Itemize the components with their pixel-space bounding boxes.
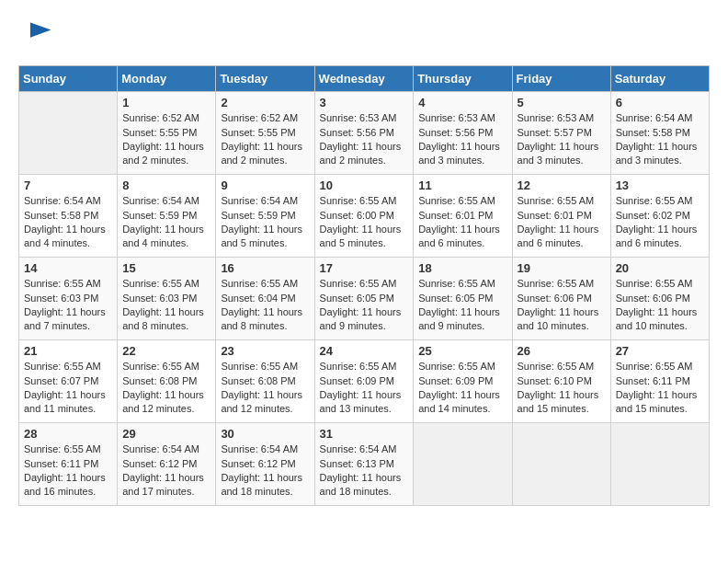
day-info: Sunrise: 6:54 AM Sunset: 5:58 PM Dayligh… <box>24 194 112 251</box>
calendar-cell: 5Sunrise: 6:53 AM Sunset: 5:57 PM Daylig… <box>512 92 610 175</box>
calendar-cell: 4Sunrise: 6:53 AM Sunset: 5:56 PM Daylig… <box>414 92 512 175</box>
day-number: 16 <box>221 261 309 275</box>
day-number: 28 <box>24 427 112 441</box>
day-info: Sunrise: 6:54 AM Sunset: 5:59 PM Dayligh… <box>221 194 309 251</box>
calendar-cell: 13Sunrise: 6:55 AM Sunset: 6:02 PM Dayli… <box>610 175 709 258</box>
calendar-cell: 7Sunrise: 6:54 AM Sunset: 5:58 PM Daylig… <box>19 175 118 258</box>
day-info: Sunrise: 6:55 AM Sunset: 6:08 PM Dayligh… <box>221 360 309 417</box>
day-number: 8 <box>122 178 210 192</box>
day-number: 27 <box>616 344 704 358</box>
calendar-cell: 10Sunrise: 6:55 AM Sunset: 6:00 PM Dayli… <box>314 175 414 258</box>
day-number: 20 <box>616 261 704 275</box>
day-info: Sunrise: 6:55 AM Sunset: 6:01 PM Dayligh… <box>518 194 606 251</box>
day-number: 21 <box>24 344 112 358</box>
day-info: Sunrise: 6:55 AM Sunset: 6:06 PM Dayligh… <box>518 277 606 334</box>
day-number: 12 <box>518 178 606 192</box>
day-info: Sunrise: 6:54 AM Sunset: 6:12 PM Dayligh… <box>122 442 210 500</box>
day-number: 13 <box>616 178 704 192</box>
weekday-header-monday: Monday <box>118 66 216 92</box>
calendar-cell: 22Sunrise: 6:55 AM Sunset: 6:08 PM Dayli… <box>118 340 216 423</box>
weekday-header-tuesday: Tuesday <box>216 66 314 92</box>
day-info: Sunrise: 6:55 AM Sunset: 6:05 PM Dayligh… <box>320 277 409 334</box>
day-number: 14 <box>24 261 112 275</box>
calendar-cell: 3Sunrise: 6:53 AM Sunset: 5:56 PM Daylig… <box>314 92 414 175</box>
day-info: Sunrise: 6:55 AM Sunset: 6:08 PM Dayligh… <box>122 360 210 417</box>
day-info: Sunrise: 6:55 AM Sunset: 6:03 PM Dayligh… <box>24 277 112 334</box>
day-info: Sunrise: 6:55 AM Sunset: 6:00 PM Dayligh… <box>320 194 409 251</box>
day-info: Sunrise: 6:52 AM Sunset: 5:55 PM Dayligh… <box>122 111 210 168</box>
calendar-cell <box>414 423 512 506</box>
calendar-cell: 18Sunrise: 6:55 AM Sunset: 6:05 PM Dayli… <box>414 258 512 340</box>
day-info: Sunrise: 6:55 AM Sunset: 6:01 PM Dayligh… <box>418 194 506 251</box>
calendar-cell: 17Sunrise: 6:55 AM Sunset: 6:05 PM Dayli… <box>314 258 414 340</box>
day-number: 25 <box>418 344 506 358</box>
weekday-header-thursday: Thursday <box>414 66 512 92</box>
day-info: Sunrise: 6:53 AM Sunset: 5:57 PM Dayligh… <box>518 111 606 168</box>
day-number: 2 <box>221 96 309 109</box>
calendar-cell <box>512 423 610 506</box>
calendar-cell: 2Sunrise: 6:52 AM Sunset: 5:55 PM Daylig… <box>216 92 314 175</box>
day-number: 7 <box>24 178 112 192</box>
day-number: 11 <box>418 178 506 192</box>
day-info: Sunrise: 6:55 AM Sunset: 6:11 PM Dayligh… <box>24 442 112 500</box>
day-info: Sunrise: 6:55 AM Sunset: 6:04 PM Dayligh… <box>221 277 309 334</box>
logo-flag-icon <box>22 18 55 52</box>
day-number: 1 <box>122 96 210 109</box>
calendar-cell: 31Sunrise: 6:54 AM Sunset: 6:13 PM Dayli… <box>314 423 414 506</box>
calendar-cell: 26Sunrise: 6:55 AM Sunset: 6:10 PM Dayli… <box>512 340 610 423</box>
page-header <box>18 18 710 56</box>
calendar-cell: 23Sunrise: 6:55 AM Sunset: 6:08 PM Dayli… <box>216 340 314 423</box>
calendar-cell: 28Sunrise: 6:55 AM Sunset: 6:11 PM Dayli… <box>19 423 118 506</box>
day-info: Sunrise: 6:55 AM Sunset: 6:03 PM Dayligh… <box>122 277 210 334</box>
day-number: 30 <box>221 427 309 441</box>
day-number: 18 <box>418 261 506 275</box>
day-info: Sunrise: 6:52 AM Sunset: 5:55 PM Dayligh… <box>221 111 309 168</box>
calendar-cell: 8Sunrise: 6:54 AM Sunset: 5:59 PM Daylig… <box>118 175 216 258</box>
day-info: Sunrise: 6:55 AM Sunset: 6:02 PM Dayligh… <box>616 194 704 251</box>
calendar-cell: 6Sunrise: 6:54 AM Sunset: 5:58 PM Daylig… <box>610 92 709 175</box>
day-info: Sunrise: 6:54 AM Sunset: 6:13 PM Dayligh… <box>320 442 409 500</box>
day-number: 17 <box>320 261 409 275</box>
day-info: Sunrise: 6:54 AM Sunset: 5:58 PM Dayligh… <box>616 111 704 168</box>
day-info: Sunrise: 6:55 AM Sunset: 6:05 PM Dayligh… <box>418 277 506 334</box>
day-info: Sunrise: 6:54 AM Sunset: 5:59 PM Dayligh… <box>122 194 210 251</box>
weekday-header-sunday: Sunday <box>19 66 118 92</box>
calendar-cell <box>610 423 709 506</box>
day-number: 15 <box>122 261 210 275</box>
day-info: Sunrise: 6:54 AM Sunset: 6:12 PM Dayligh… <box>221 442 309 500</box>
day-number: 4 <box>418 96 506 109</box>
weekday-header-friday: Friday <box>512 66 610 92</box>
calendar-cell: 24Sunrise: 6:55 AM Sunset: 6:09 PM Dayli… <box>314 340 414 423</box>
weekday-header-saturday: Saturday <box>610 66 709 92</box>
day-number: 19 <box>518 261 606 275</box>
calendar-cell: 14Sunrise: 6:55 AM Sunset: 6:03 PM Dayli… <box>19 258 118 340</box>
day-number: 31 <box>320 427 409 441</box>
calendar-cell: 30Sunrise: 6:54 AM Sunset: 6:12 PM Dayli… <box>216 423 314 506</box>
calendar-table: SundayMondayTuesdayWednesdayThursdayFrid… <box>18 65 710 506</box>
day-info: Sunrise: 6:55 AM Sunset: 6:07 PM Dayligh… <box>24 360 112 417</box>
day-info: Sunrise: 6:55 AM Sunset: 6:11 PM Dayligh… <box>616 360 704 417</box>
day-number: 24 <box>320 344 409 358</box>
day-number: 6 <box>616 96 704 109</box>
calendar-cell: 29Sunrise: 6:54 AM Sunset: 6:12 PM Dayli… <box>118 423 216 506</box>
day-number: 5 <box>518 96 606 109</box>
calendar-cell: 27Sunrise: 6:55 AM Sunset: 6:11 PM Dayli… <box>610 340 709 423</box>
svg-marker-0 <box>30 23 51 38</box>
calendar-cell: 21Sunrise: 6:55 AM Sunset: 6:07 PM Dayli… <box>19 340 118 423</box>
day-info: Sunrise: 6:55 AM Sunset: 6:09 PM Dayligh… <box>418 360 506 417</box>
calendar-cell: 25Sunrise: 6:55 AM Sunset: 6:09 PM Dayli… <box>414 340 512 423</box>
calendar-cell: 9Sunrise: 6:54 AM Sunset: 5:59 PM Daylig… <box>216 175 314 258</box>
day-number: 29 <box>122 427 210 441</box>
day-number: 26 <box>518 344 606 358</box>
day-info: Sunrise: 6:53 AM Sunset: 5:56 PM Dayligh… <box>418 111 506 168</box>
calendar-cell: 15Sunrise: 6:55 AM Sunset: 6:03 PM Dayli… <box>118 258 216 340</box>
day-number: 3 <box>320 96 409 109</box>
day-number: 23 <box>221 344 309 358</box>
calendar-cell: 11Sunrise: 6:55 AM Sunset: 6:01 PM Dayli… <box>414 175 512 258</box>
calendar-cell: 1Sunrise: 6:52 AM Sunset: 5:55 PM Daylig… <box>118 92 216 175</box>
calendar-cell: 19Sunrise: 6:55 AM Sunset: 6:06 PM Dayli… <box>512 258 610 340</box>
calendar-cell: 20Sunrise: 6:55 AM Sunset: 6:06 PM Dayli… <box>610 258 709 340</box>
logo <box>18 18 55 56</box>
weekday-header-wednesday: Wednesday <box>314 66 414 92</box>
day-info: Sunrise: 6:55 AM Sunset: 6:09 PM Dayligh… <box>320 360 409 417</box>
